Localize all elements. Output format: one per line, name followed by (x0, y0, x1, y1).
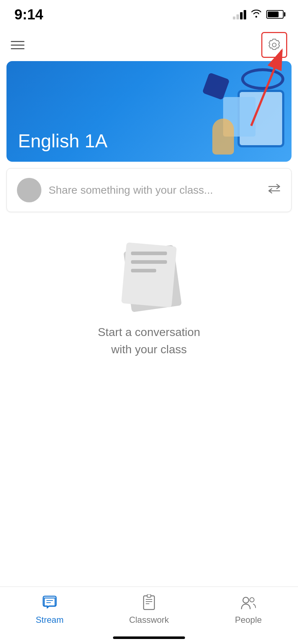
decor-box1 (202, 73, 230, 100)
tab-classwork-label: Classwork (129, 615, 169, 625)
gear-icon (267, 37, 282, 52)
svg-rect-10 (147, 594, 151, 597)
tab-people-label: People (235, 615, 262, 625)
swap-icon[interactable] (267, 183, 281, 198)
decor-hand (212, 119, 234, 155)
empty-state: Start a conversationwith your class (0, 212, 298, 358)
tab-people[interactable]: People (199, 593, 298, 625)
svg-rect-6 (144, 596, 154, 610)
top-nav (0, 29, 298, 61)
status-time: 9:14 (14, 6, 43, 23)
tab-classwork[interactable]: Classwork (99, 593, 199, 625)
avatar (17, 178, 41, 202)
share-input[interactable]: Share something with your class... (49, 184, 260, 196)
bottom-tab-bar: Stream Classwork People (0, 586, 298, 644)
stream-icon (40, 593, 59, 612)
banner-decoration (106, 61, 292, 162)
decor-glasses (241, 68, 284, 90)
status-icons (233, 9, 284, 20)
battery-icon (266, 10, 284, 19)
people-icon (239, 593, 258, 612)
paper-lines (131, 252, 167, 272)
status-bar: 9:14 (0, 0, 298, 29)
tab-stream[interactable]: Stream (0, 593, 99, 625)
settings-button[interactable] (261, 32, 287, 58)
share-box[interactable]: Share something with your class... (6, 168, 292, 212)
classwork-icon (140, 593, 158, 612)
svg-point-11 (243, 597, 249, 603)
hamburger-menu-button[interactable] (11, 41, 24, 49)
svg-point-12 (250, 598, 254, 602)
tab-stream-label: Stream (36, 615, 63, 625)
home-indicator (113, 636, 185, 639)
signal-icon (233, 9, 246, 19)
empty-illustration (113, 241, 185, 313)
wifi-icon (250, 9, 262, 20)
empty-state-text: Start a conversationwith your class (98, 323, 200, 358)
class-banner: English 1A (6, 61, 292, 162)
class-title: English 1A (18, 130, 108, 152)
